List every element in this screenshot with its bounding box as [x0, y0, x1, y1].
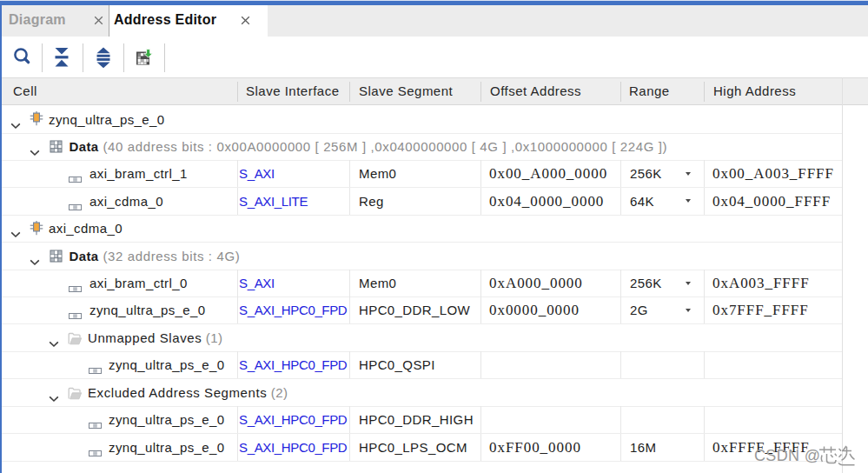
- svg-text:CSDN @: CSDN @: [754, 447, 820, 464]
